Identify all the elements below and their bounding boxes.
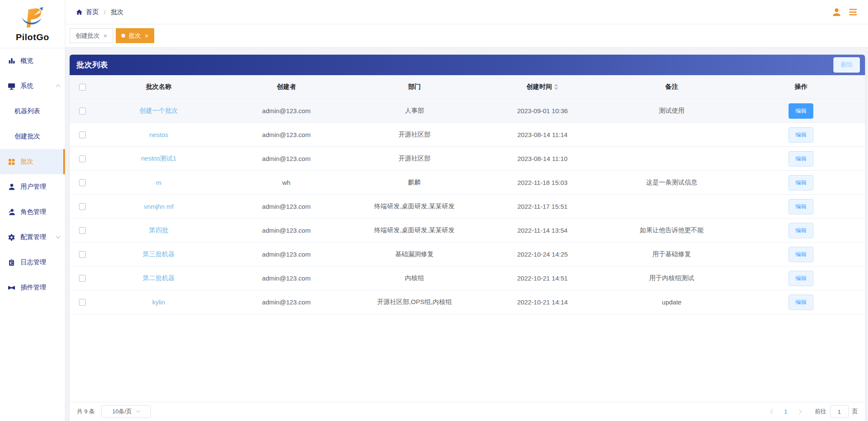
sort-icon[interactable] [554,84,558,90]
table-row: 第二批机器 admin@123.com 内核组 2022-10-21 14:51… [70,266,865,290]
dept-cell: 开源社区部 [350,131,478,139]
tab-create-batch[interactable]: 创建批次 × [70,28,113,43]
tab-label: 批次 [129,32,141,40]
edit-button[interactable]: 编辑 [789,127,813,143]
user-avatar-icon[interactable] [832,7,842,17]
sidebar-item-label: 配置管理 [21,233,46,241]
goto-page-group: 前往 页 [815,405,858,418]
breadcrumb-home-label: 首页 [86,8,99,16]
page-size-select[interactable]: 10条/页 [101,405,151,418]
batch-name-link[interactable]: 创建一个批次 [140,107,178,115]
batch-list-panel: 批次列表 删除 批次名称 创建者 部门 创建时间 备注 操作 [70,55,865,421]
time-cell: 2022-10-21 14:14 [478,298,607,306]
row-checkbox[interactable] [79,179,86,186]
edit-button[interactable]: 编辑 [789,295,813,310]
app-root: PilotGo 概览 系统 机器列表 创建批次 [0,0,868,421]
row-checkbox[interactable] [79,275,86,282]
active-dot-icon [121,34,125,38]
dept-cell: 开源社区部 [350,155,478,163]
delete-button[interactable]: 删除 [833,57,860,73]
close-icon[interactable]: × [145,32,149,39]
creator-cell: admin@123.com [222,131,350,138]
creator-cell: admin@123.com [222,203,350,210]
tabbar: 创建批次 × 批次 × [65,24,868,47]
creator-cell: admin@123.com [222,251,350,258]
remark-cell: 用于基础修复 [607,250,737,258]
table-row: m wh 麒麟 2022-11-18 15:03 这是一条测试信息 编辑 [70,171,865,195]
time-cell: 2022-10-24 14:25 [478,251,607,258]
batch-name-link[interactable]: nestos测试1 [141,155,176,163]
batch-name-link[interactable]: 第四批 [149,226,168,234]
batch-name-link[interactable]: nestos [149,131,168,138]
main-area: 首页 / 批次 创建批次 × 批次 × [65,0,868,421]
row-checkbox[interactable] [79,203,86,210]
pager: 1 前往 页 [766,405,858,418]
sidebar-item-log-management[interactable]: 日志管理 [0,250,65,275]
dept-cell: 基础漏洞修复 [350,250,478,258]
column-header-remark: 备注 [607,83,737,91]
sidebar-item-user-management[interactable]: 用户管理 [0,174,65,199]
table-row: 第四批 admin@123.com 终端研发,桌面研发,某某研发 2022-11… [70,219,865,243]
remark-cell: 这是一条测试信息 [607,178,737,187]
table-row: nestos admin@123.com 开源社区部 2023-08-14 11… [70,123,865,147]
row-checkbox[interactable] [79,155,86,162]
sidebar-item-label: 日志管理 [21,258,46,266]
time-cell: 2022-11-18 15:03 [478,179,607,186]
collapse-menu-icon[interactable] [848,7,859,18]
batch-name-link[interactable]: vnmjhn mf [144,203,173,210]
sidebar-item-batch[interactable]: 批次 [0,149,65,174]
sidebar-item-machine-list[interactable]: 机器列表 [0,99,65,124]
batch-name-link[interactable]: kylin [152,298,165,306]
batch-name-link[interactable]: 第三批机器 [143,250,175,258]
edit-button[interactable]: 编辑 [789,271,813,286]
breadcrumb-current: 批次 [111,8,123,16]
time-cell: 2022-11-14 13:54 [478,227,607,234]
sidebar-menu: 概览 系统 机器列表 创建批次 批次 [0,48,65,421]
table-row: vnmjhn mf admin@123.com 终端研发,桌面研发,某某研发 2… [70,195,865,219]
row-checkbox[interactable] [79,299,86,306]
column-header-time[interactable]: 创建时间 [478,83,607,91]
row-checkbox[interactable] [79,227,86,234]
edit-button[interactable]: 编辑 [789,151,813,167]
total-count-label: 共 9 条 [77,408,95,415]
creator-cell: admin@123.com [222,155,350,162]
time-cell: 2023-09-01 10:36 [478,107,607,114]
sidebar-item-role-management[interactable]: 角色管理 [0,199,65,225]
prev-page-button[interactable] [766,405,779,418]
sidebar-item-overview[interactable]: 概览 [0,48,65,73]
creator-cell: admin@123.com [222,107,350,114]
edit-button[interactable]: 编辑 [789,223,813,238]
row-checkbox[interactable] [79,132,86,138]
sidebar-item-plugin-management[interactable]: 插件管理 [0,275,65,300]
batch-name-link[interactable]: m [156,179,161,186]
tab-label: 创建批次 [76,32,100,40]
chevron-up-icon [56,84,60,89]
sidebar: PilotGo 概览 系统 机器列表 创建批次 [0,0,65,421]
home-icon [76,9,83,16]
row-checkbox[interactable] [79,108,86,114]
tab-batch[interactable]: 批次 × [116,28,154,43]
sidebar-item-config-management[interactable]: 配置管理 [0,225,65,250]
next-page-button[interactable] [793,405,806,418]
edit-button[interactable]: 编辑 [789,175,813,190]
batch-name-link[interactable]: 第二批机器 [143,274,175,282]
sidebar-item-create-batch[interactable]: 创建批次 [0,124,65,149]
remark-cell: 用于内核组测试 [607,274,737,282]
table-header-row: 批次名称 创建者 部门 创建时间 备注 操作 [70,75,865,99]
edit-button[interactable]: 编辑 [789,247,813,262]
goto-page-input[interactable] [830,405,849,418]
breadcrumb-home[interactable]: 首页 [76,8,99,16]
select-all-checkbox[interactable] [79,84,86,91]
row-checkbox[interactable] [79,251,86,258]
dept-cell: 终端研发,桌面研发,某某研发 [350,202,478,210]
sidebar-item-system[interactable]: 系统 [0,73,65,99]
close-icon[interactable]: × [103,32,107,39]
pilotgo-logo-icon [20,6,45,31]
table-row: 创建一个批次 admin@123.com 人事部 2023-09-01 10:3… [70,99,865,123]
edit-button[interactable]: 编辑 [789,199,813,214]
edit-button[interactable]: 编辑 [789,103,813,119]
panel-title: 批次列表 [76,60,108,70]
sidebar-item-label: 用户管理 [21,183,46,191]
page-number[interactable]: 1 [779,408,793,415]
logo-block: PilotGo [0,0,65,48]
